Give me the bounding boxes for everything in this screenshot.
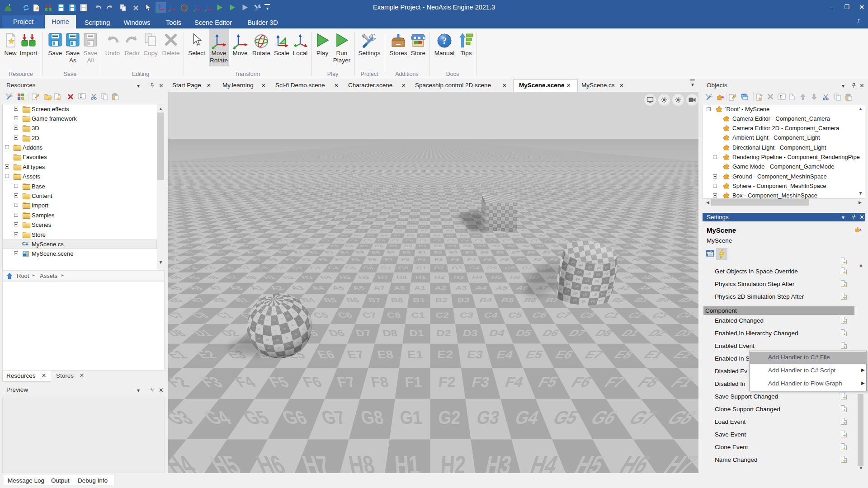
svg-text:C2: C2 [432,193,436,194]
svg-text:C2: C2 [433,239,441,242]
svg-text:E1: E1 [422,215,428,217]
svg-text:D4: D4 [444,184,448,185]
svg-text:F1: F1 [404,374,422,390]
svg-text:F2: F2 [438,374,456,390]
svg-text:C8: C8 [417,193,421,194]
svg-text:G4: G4 [391,188,396,188]
svg-text:G5: G5 [390,201,396,202]
svg-text:F3: F3 [471,374,491,390]
svg-text:G6: G6 [458,188,463,188]
svg-text:B4: B4 [376,207,382,209]
svg-text:A1: A1 [420,230,428,232]
svg-text:C3: C3 [379,194,384,195]
svg-text:A3: A3 [382,191,387,192]
svg-text:B1: B1 [423,207,428,209]
svg-text:F7: F7 [384,258,394,262]
svg-text:B7: B7 [367,296,382,304]
svg-text:H7: H7 [406,202,411,203]
svg-text:F7: F7 [473,198,478,199]
svg-text:C1: C1 [411,311,425,319]
svg-text:E6: E6 [400,197,405,197]
svg-text:B2: B2 [432,207,438,209]
svg-text:F2: F2 [433,218,439,220]
svg-text:C1: C1 [484,194,489,195]
svg-text:E2: E2 [434,251,443,254]
svg-text:A5: A5 [387,205,392,206]
svg-text:G8: G8 [410,221,417,224]
svg-text:H6: H6 [404,189,408,190]
svg-text:G7: G7 [465,188,469,188]
svg-text:A2: A2 [433,230,440,232]
svg-text:C2: C2 [432,210,438,211]
svg-text:F5: F5 [399,187,403,187]
svg-text:G4: G4 [448,201,454,202]
svg-text:G1: G1 [423,201,429,202]
svg-text:F3: F3 [444,218,450,220]
svg-text:H7: H7 [396,225,404,228]
svg-text:E1: E1 [407,348,424,361]
svg-text:E3: E3 [440,197,444,197]
svg-text:F3: F3 [440,198,445,199]
svg-text:F3: F3 [450,258,459,262]
svg-text:H8: H8 [472,189,477,190]
svg-text:D5: D5 [476,245,486,248]
svg-text:C5: C5 [474,239,483,242]
svg-text:A1: A1 [423,205,429,206]
svg-text:F7: F7 [407,198,412,199]
svg-text:G1: G1 [416,266,427,270]
svg-text:D6: D6 [392,212,398,214]
svg-text:G8: G8 [418,188,422,188]
svg-text:E2: E2 [432,197,436,197]
svg-text:B4: B4 [451,207,457,209]
svg-text:G7: G7 [380,266,392,270]
svg-text:E7: E7 [387,251,396,254]
svg-text:B4: B4 [387,192,392,192]
svg-text:G4: G4 [455,221,462,224]
svg-text:G5: G5 [452,188,456,188]
svg-text:E7: E7 [412,186,416,186]
svg-text:H4: H4 [449,202,455,203]
svg-text:B6: B6 [402,192,407,192]
svg-text:G3: G3 [440,201,445,202]
svg-text:A6: A6 [460,191,464,192]
svg-text:B2: B2 [435,297,448,304]
svg-text:D5: D5 [400,184,404,185]
svg-text:A3: A3 [445,230,453,232]
svg-text:G3: G3 [443,221,451,224]
svg-text:B1: B1 [420,234,428,237]
svg-text:G2: G2 [432,201,438,202]
svg-text:C3: C3 [439,193,443,194]
svg-text:B6: B6 [380,234,389,237]
svg-text:D8: D8 [404,244,413,248]
svg-text:H6: H6 [397,202,403,203]
svg-text:H5: H5 [453,189,457,190]
svg-text:H1: H1 [394,450,421,473]
svg-text:B4: B4 [446,192,451,192]
svg-text:E2: E2 [437,348,453,361]
svg-text:F8: F8 [410,218,417,220]
svg-text:E3: E3 [449,251,458,254]
svg-text:C7: C7 [469,194,474,195]
svg-text:H1: H1 [423,202,429,203]
svg-text:F1: F1 [424,198,428,199]
svg-text:C1: C1 [425,183,429,184]
svg-text:E3: E3 [443,215,449,217]
svg-text:C6: C6 [402,193,406,194]
svg-text:F3: F3 [438,187,442,187]
svg-text:C1: C1 [424,193,429,194]
svg-text:D5: D5 [381,212,388,214]
svg-text:E6: E6 [463,197,468,197]
svg-text:B3: B3 [441,207,447,209]
svg-text:B5: B5 [453,192,458,192]
svg-text:B5: B5 [395,192,400,192]
svg-text:E7: E7 [472,197,476,197]
svg-text:B8: B8 [414,207,420,209]
svg-text:H2: H2 [440,450,467,473]
svg-text:H4: H4 [456,225,464,228]
svg-text:B3: B3 [446,234,454,237]
svg-text:C7: C7 [361,311,377,319]
svg-text:F1: F1 [417,258,426,262]
svg-text:A7: A7 [410,191,415,192]
svg-text:B2: B2 [433,234,441,237]
svg-text:D4: D4 [462,244,472,248]
